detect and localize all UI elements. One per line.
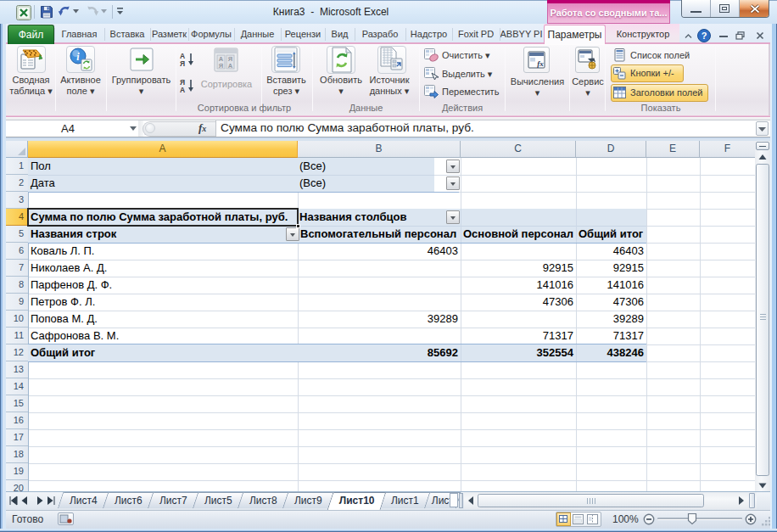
svg-text:fx: fx [537,59,544,68]
svg-text:А: А [228,62,233,70]
svg-text:Я: Я [219,62,223,70]
svg-text:?: ? [702,31,707,41]
svg-text:А: А [180,86,185,93]
svg-text:Я: Я [180,59,185,67]
